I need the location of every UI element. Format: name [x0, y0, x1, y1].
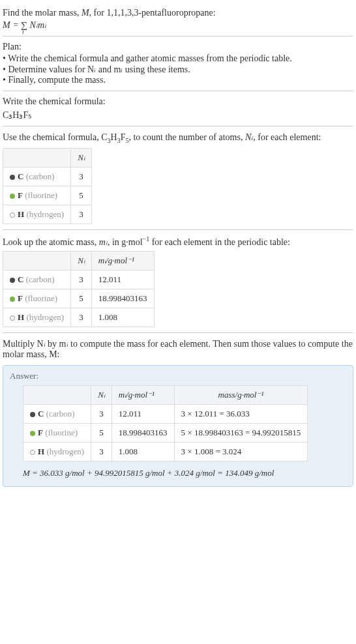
multiply-text: Multiply Nᵢ by mᵢ to compute the mass fo… — [3, 338, 353, 360]
element-name: (carbon) — [23, 171, 54, 181]
mass-sup: −1 — [143, 235, 150, 242]
count-text-a: Use the chemical formula, C — [3, 132, 108, 142]
header-mi: mᵢ/g·mol⁻¹ — [111, 386, 174, 405]
plan-list: Write the chemical formula and gather at… — [3, 53, 353, 85]
n-cell: 5 — [71, 289, 92, 308]
mass-text-a: Look up the atomic mass, — [3, 237, 99, 246]
element-cell: H (hydrogen) — [23, 443, 91, 461]
header-ni: Nᵢ — [91, 386, 112, 405]
table-row: H (hydrogen) 3 — [3, 205, 92, 224]
element-symbol: F — [38, 428, 43, 437]
mass-section: Look up the atomic mass, mᵢ, in g·mol−1 … — [3, 230, 353, 334]
table-header-row: Nᵢ mᵢ/g·mol⁻¹ mass/g·mol⁻¹ — [23, 386, 308, 405]
element-name: (carbon) — [23, 274, 54, 284]
plan-section: Plan: Write the chemical formula and gat… — [3, 37, 353, 91]
mass-mi: mᵢ — [99, 237, 108, 246]
answer-box: Answer: Nᵢ mᵢ/g·mol⁻¹ mass/g·mol⁻¹ C (ca… — [3, 365, 353, 487]
mass-text: Look up the atomic mass, mᵢ, in g·mol−1 … — [3, 235, 353, 248]
dot-carbon-icon — [10, 175, 15, 180]
table-row: F (fluorine) 5 18.998403163 — [3, 289, 155, 308]
element-name: (hydrogen) — [24, 209, 64, 219]
n-cell: 3 — [71, 308, 92, 327]
chem-formula: C₃H₃F₅ — [3, 110, 353, 121]
n-cell: 3 — [91, 405, 112, 424]
element-cell: C (carbon) — [3, 167, 71, 186]
mass-cell: 3 × 1.008 = 3.024 — [174, 443, 308, 461]
m-cell: 18.998403163 — [111, 424, 174, 443]
header-ni: Nᵢ — [71, 148, 92, 167]
m-cell: 12.011 — [111, 405, 174, 424]
table-row: C (carbon) 3 12.011 — [3, 271, 155, 289]
count-text-b: H — [111, 132, 117, 142]
table-row: C (carbon) 3 12.011 3 × 12.011 = 36.033 — [23, 405, 308, 424]
table-row: F (fluorine) 5 — [3, 186, 92, 205]
chem-formula-title: Write the chemical formula: — [3, 96, 353, 107]
header-ni: Nᵢ — [71, 252, 92, 271]
table-row: H (hydrogen) 3 1.008 3 × 1.008 = 3.024 — [23, 443, 308, 461]
element-cell: F (fluorine) — [3, 289, 71, 308]
count-text-d: , to count the number of atoms, — [128, 132, 245, 142]
m-cell: 18.998403163 — [91, 289, 154, 308]
count-text: Use the chemical formula, C3H3F5, to cou… — [3, 132, 353, 144]
dot-carbon-icon — [30, 412, 35, 417]
dot-hydrogen-icon — [10, 315, 15, 321]
table-header-row: Nᵢ mᵢ/g·mol⁻¹ — [3, 252, 155, 271]
intro-section: Find the molar mass, M, for 1,1,1,3,3-pe… — [3, 3, 353, 37]
dot-fluorine-icon — [10, 297, 15, 302]
dot-hydrogen-icon — [30, 450, 35, 455]
m-cell: 1.008 — [111, 443, 174, 461]
element-name: (hydrogen) — [44, 446, 84, 456]
dot-carbon-icon — [10, 278, 15, 283]
element-symbol: F — [18, 190, 23, 200]
n-cell: 5 — [91, 424, 112, 443]
header-mass: mass/g·mol⁻¹ — [174, 386, 308, 405]
n-cell: 3 — [71, 205, 92, 224]
formula-lhs: M = — [3, 20, 21, 30]
element-symbol: C — [18, 171, 23, 181]
header-empty — [3, 252, 71, 271]
count-ni: Nᵢ — [245, 132, 253, 142]
chemical-formula-section: Write the chemical formula: C₃H₃F₅ — [3, 91, 353, 126]
plan-item: Finally, compute the mass. — [3, 75, 353, 85]
header-empty — [23, 386, 91, 405]
element-symbol: H — [18, 312, 24, 322]
n-cell: 3 — [71, 271, 92, 289]
formula-rhs: Nᵢmᵢ — [27, 20, 46, 30]
n-cell: 5 — [71, 186, 92, 205]
formula-sub: i — [22, 28, 24, 35]
m-cell: 12.011 — [91, 271, 154, 289]
mass-text-c: for each element in the periodic table: — [149, 237, 290, 246]
intro-text-a: Find the molar mass, — [3, 8, 82, 18]
plan-item: Write the chemical formula and gather at… — [3, 53, 353, 64]
intro-text-b: , for 1,1,1,3,3-pentafluoropropane: — [89, 8, 216, 18]
element-symbol: C — [18, 274, 23, 284]
intro-line: Find the molar mass, M, for 1,1,1,3,3-pe… — [3, 8, 353, 18]
element-cell: F (fluorine) — [3, 186, 71, 205]
dot-fluorine-icon — [10, 194, 15, 199]
element-name: (fluorine) — [43, 428, 78, 437]
count-section: Use the chemical formula, C3H3F5, to cou… — [3, 126, 353, 230]
n-cell: 3 — [91, 443, 112, 461]
element-cell: C (carbon) — [3, 271, 71, 289]
element-name: (fluorine) — [23, 190, 57, 200]
intro-formula: M = ∑i Nᵢmᵢ — [3, 20, 353, 31]
plan-title: Plan: — [3, 42, 353, 52]
element-cell: F (fluorine) — [23, 424, 91, 443]
mass-table: Nᵢ mᵢ/g·mol⁻¹ C (carbon) 3 12.011 F (flu… — [3, 251, 155, 327]
table-header-row: Nᵢ — [3, 148, 92, 167]
answer-table: Nᵢ mᵢ/g·mol⁻¹ mass/g·mol⁻¹ C (carbon) 3 … — [23, 385, 308, 461]
element-name: (fluorine) — [23, 293, 57, 303]
element-symbol: C — [38, 409, 44, 418]
header-mi: mᵢ/g·mol⁻¹ — [91, 252, 154, 271]
mass-cell: 3 × 12.011 = 36.033 — [174, 405, 308, 424]
count-table: Nᵢ C (carbon) 3 F (fluorine) 5 H (hydrog… — [3, 148, 92, 224]
count-text-e: , for each element: — [253, 132, 321, 142]
answer-label: Answer: — [10, 371, 346, 381]
m-cell: 1.008 — [91, 308, 154, 327]
n-cell: 3 — [71, 167, 92, 186]
element-name: (carbon) — [44, 409, 74, 418]
plan-item: Determine values for Nᵢ and mᵢ using the… — [3, 64, 353, 75]
mass-cell: 5 × 18.998403163 = 94.992015815 — [174, 424, 308, 443]
header-empty — [3, 148, 71, 167]
element-cell: H (hydrogen) — [3, 308, 71, 327]
